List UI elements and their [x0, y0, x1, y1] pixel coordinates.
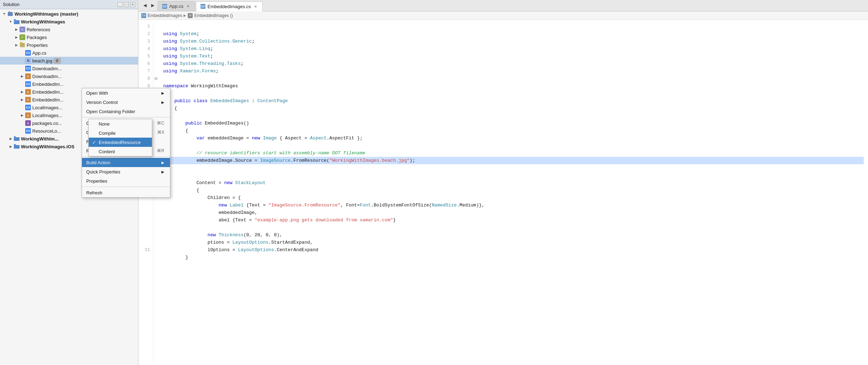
tab-embedded-images[interactable]: C# EmbeddedImages.cs ✕: [196, 1, 263, 11]
version-control-arrow: ▶: [161, 100, 164, 104]
project-toggle[interactable]: ▼: [8, 19, 13, 24]
code-content[interactable]: using System; using System.Collections.G…: [159, 23, 868, 362]
breadcrumb: C# EmbeddedImages ▶ M EmbeddedImages (): [138, 11, 868, 20]
build-action-arrow: ▶: [161, 161, 164, 165]
menu-quick-properties[interactable]: Quick Properties ▶: [82, 167, 170, 176]
svg-rect-4: [14, 19, 16, 21]
solution-title: Solution: [3, 2, 20, 7]
solution-header: Solution _ □ ✕: [0, 0, 138, 9]
editor-area: ◀ ▶ C# App.cs ✕ C# EmbeddedImages.cs ✕ C…: [138, 0, 868, 365]
breadcrumb-arrow: ▶: [183, 13, 186, 17]
downloadim2-item[interactable]: ▶ X DownloadIm...: [0, 72, 138, 80]
menu-open-containing[interactable]: Open Containing Folder: [82, 107, 170, 116]
project-item[interactable]: ▼ WorkingWithImages: [0, 18, 138, 26]
app-cs-icon: C#: [25, 50, 31, 56]
workingwithim1-toggle[interactable]: ▶: [8, 136, 13, 142]
embedded-resource-check: ✓: [92, 140, 96, 145]
downloadim1-icon: C#: [25, 66, 31, 71]
maximize-button[interactable]: □: [124, 2, 129, 7]
workingwithim1-label: WorkingWithIm...: [21, 136, 59, 142]
tab-app-cs-close[interactable]: ✕: [186, 4, 191, 9]
submenu-content[interactable]: Content: [89, 147, 152, 156]
embeddedim3-icon: X: [25, 97, 31, 103]
references-toggle[interactable]: ▶: [13, 27, 19, 32]
close-button[interactable]: ✕: [130, 2, 135, 7]
localimages1-icon: C#: [25, 105, 31, 110]
embeddedim1-item[interactable]: C# EmbeddedIm...: [0, 80, 138, 88]
quick-properties-arrow: ▶: [161, 170, 164, 174]
tab-embedded-label: EmbeddedImages.cs: [208, 4, 251, 9]
downloadim1-item[interactable]: C# DownloadIm...: [0, 65, 138, 72]
root-label: WorkingWithImages (master): [15, 11, 78, 17]
embeddedim3-label: EmbeddedIm...: [32, 97, 64, 103]
separator-2: [82, 156, 170, 157]
tab-app-cs[interactable]: C# App.cs ✕: [158, 1, 195, 11]
breadcrumb-class-icon: C#: [141, 13, 146, 18]
breadcrumb-method: EmbeddedImages (): [194, 13, 233, 18]
separator-1: [82, 117, 170, 117]
submenu-embedded-resource[interactable]: ✓ EmbeddedResource: [89, 138, 152, 147]
resourcelo-label: ResourceLo...: [32, 128, 61, 134]
workingwithim2-toggle[interactable]: ▶: [8, 144, 13, 149]
menu-refresh[interactable]: Refresh: [82, 188, 170, 197]
embeddedim2-toggle[interactable]: ▶: [19, 89, 25, 95]
beach-jpg-item[interactable]: ▶ 🖼 beach.jpg ⚙: [0, 57, 138, 65]
properties-icon: [19, 42, 26, 48]
open-with-arrow: ▶: [161, 91, 164, 95]
nav-forward[interactable]: ▶: [149, 2, 156, 9]
references-label: References: [27, 27, 50, 32]
submenu-compile[interactable]: Compile: [89, 128, 152, 138]
downloadim2-toggle[interactable]: ▶: [19, 73, 25, 79]
beach-jpg-badge: ⚙: [54, 58, 61, 63]
minimize-button[interactable]: _: [117, 2, 122, 7]
root-toggle[interactable]: ▼: [1, 11, 7, 17]
submenu-embedded-label: EmbeddedResource: [99, 140, 146, 145]
code-editor[interactable]: 1 2 3 4 5 6 7 8 9 10 11: [138, 20, 868, 365]
menu-copy-shortcut: ⌘C: [157, 121, 164, 126]
menu-open-containing-label: Open Containing Folder: [86, 109, 164, 114]
references-item[interactable]: ▶ R References: [0, 26, 138, 33]
submenu-compile-label: Compile: [99, 131, 146, 136]
packages-toggle[interactable]: ▶: [13, 34, 19, 40]
references-icon: R: [19, 27, 26, 32]
submenu-none[interactable]: None: [89, 119, 152, 128]
packages-icon: P: [19, 34, 26, 40]
beach-jpg-label: beach.jpg: [32, 58, 52, 63]
downloadim2-icon: X: [25, 73, 31, 79]
tree-root[interactable]: ▼ WorkingWithImages (master): [0, 10, 138, 18]
properties-toggle[interactable]: ▶: [13, 42, 19, 48]
menu-properties-label: Properties: [86, 178, 164, 184]
project-icon: [13, 19, 20, 24]
localimages2-icon: X: [25, 112, 31, 118]
localimages1-label: LocalImages...: [32, 105, 62, 110]
properties-label: Properties: [27, 43, 48, 48]
menu-cut-shortcut: ⌘X: [157, 130, 164, 135]
beach-jpg-icon: 🖼: [25, 58, 31, 63]
tab-bar: ◀ ▶ C# App.cs ✕ C# EmbeddedImages.cs ✕: [138, 0, 868, 11]
tab-embedded-close[interactable]: ✕: [253, 4, 258, 9]
embeddedim3-toggle[interactable]: ▶: [19, 97, 25, 103]
submenu-none-label: None: [99, 121, 146, 127]
app-cs-item[interactable]: ▶ C# App.cs: [0, 49, 138, 57]
embeddedim1-label: EmbeddedIm...: [32, 82, 64, 87]
packages-label: Packages: [27, 35, 47, 40]
tab-app-cs-icon: C#: [162, 4, 167, 9]
workingwithim2-icon: [13, 144, 20, 149]
menu-open-with[interactable]: Open With ▶: [82, 88, 170, 98]
breadcrumb-namespace: EmbeddedImages: [148, 13, 182, 18]
menu-build-action[interactable]: Build Action ▶: [82, 158, 170, 167]
svg-rect-1: [9, 11, 10, 12]
localimages2-toggle[interactable]: ▶: [19, 112, 25, 118]
menu-properties[interactable]: Properties: [82, 176, 170, 186]
properties-item[interactable]: ▶ Properties: [0, 41, 138, 49]
downloadim2-label: DownloadIm...: [32, 74, 62, 79]
solution-panel: Solution _ □ ✕ ▼ WorkingWithImages (mast…: [0, 0, 138, 365]
menu-refresh-label: Refresh: [86, 190, 164, 195]
localimages2-label: LocalImages...: [32, 113, 62, 118]
packages-item[interactable]: ▶ P Packages: [0, 33, 138, 41]
embeddedim1-icon: C#: [25, 81, 31, 87]
menu-version-control[interactable]: Version Control ▶: [82, 98, 170, 107]
embeddedim2-label: EmbeddedIm...: [32, 89, 64, 95]
nav-back[interactable]: ◀: [141, 2, 148, 9]
embeddedim2-icon: X: [25, 89, 31, 95]
